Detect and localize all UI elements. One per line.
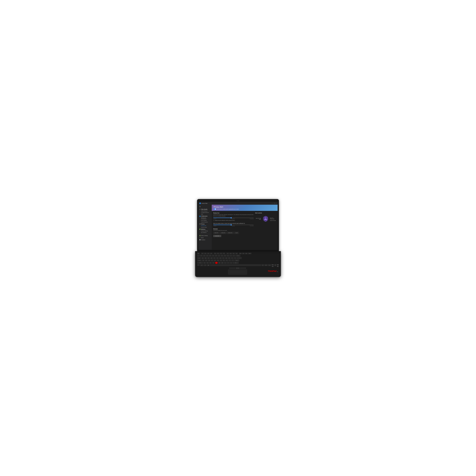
key-f4[interactable]: F4	[210, 253, 213, 254]
key-j[interactable]: J	[220, 259, 222, 261]
display-time-slider[interactable]: 1 second 5 seconds 10 seconds	[213, 218, 254, 219]
key-p[interactable]: P	[228, 257, 231, 259]
key-e[interactable]: E	[207, 257, 210, 259]
sidebar-item-background-concealment[interactable]: Background Concealment	[198, 217, 212, 220]
key-period[interactable]: .	[227, 262, 230, 264]
key-f3[interactable]: F3	[207, 253, 210, 254]
key-f6[interactable]: F6	[217, 253, 219, 254]
key-i[interactable]: I	[222, 257, 225, 259]
sidebar-item-battery-settings[interactable]: 🔋 Battery Settings	[198, 235, 212, 237]
key-space[interactable]	[210, 264, 261, 266]
key-enter[interactable]: Enter	[234, 259, 239, 261]
key-backspace[interactable]: ⌫	[236, 255, 240, 257]
sidebar-category-wellness[interactable]: 💚 Wellness	[198, 228, 212, 230]
key-n[interactable]: N	[218, 262, 221, 264]
key-c[interactable]: C	[209, 262, 212, 264]
key-k[interactable]: K	[222, 259, 225, 261]
key-arrow-left[interactable]: ◀	[272, 265, 274, 267]
key-backtick[interactable]: `	[197, 255, 200, 257]
key-t[interactable]: T	[213, 257, 216, 259]
sidebar-category-video-quality[interactable]: 🎥 Video Quality	[198, 208, 212, 210]
key-d[interactable]: D	[208, 259, 210, 261]
key-s[interactable]: S	[205, 259, 207, 261]
display-until-leaves-checkbox[interactable]	[213, 220, 214, 221]
sidebar-item-eye-wellness[interactable]: Eye Wellness	[198, 232, 212, 233]
sidebar-item-privacy-alert[interactable]: Privacy Alert	[198, 225, 212, 226]
trackpoint-btn-middle[interactable]	[236, 268, 239, 269]
key-f12[interactable]: F12	[235, 253, 238, 254]
key-lbracket[interactable]: [	[231, 257, 234, 259]
minimize-button[interactable]: —	[272, 203, 273, 204]
snooze-30min-button[interactable]: 30 MINUTES	[227, 232, 233, 234]
key-9[interactable]: 9	[224, 255, 226, 257]
key-ctrl-left[interactable]: Ctrl	[200, 264, 204, 266]
key-alt-right[interactable]: Alt	[261, 264, 264, 266]
snooze-15min-button[interactable]: 15 MINUTES	[220, 232, 226, 234]
key-fn[interactable]: Fn	[197, 264, 200, 266]
key-prtsc[interactable]: PrtSc	[264, 264, 268, 266]
touchpad[interactable]	[228, 270, 247, 275]
sidebar-item-virtual-presenter[interactable]: Virtual Presenter	[198, 221, 212, 223]
key-esc[interactable]: Esc	[197, 253, 200, 254]
sidebar-category-privacy[interactable]: 🛡 Privacy	[198, 223, 212, 225]
key-shift-left[interactable]: Shift	[197, 262, 203, 264]
key-x[interactable]: X	[206, 262, 209, 264]
key-1[interactable]: 1	[200, 255, 203, 257]
trackpoint-btn-left[interactable]	[229, 268, 235, 269]
key-comma[interactable]: ,	[224, 262, 227, 264]
key-shift-right[interactable]: Shift	[233, 262, 239, 264]
key-backslash[interactable]: \	[237, 257, 242, 259]
maximize-button[interactable]: ❐	[274, 203, 275, 204]
trackpoint-nub[interactable]	[216, 262, 217, 263]
snooze-1hour-button[interactable]: 1 HOUR	[234, 232, 239, 234]
key-insert[interactable]: Insert	[245, 253, 248, 254]
key-q[interactable]: Q	[201, 257, 204, 259]
key-y[interactable]: Y	[216, 257, 219, 259]
after-display-slider[interactable]: 1 second 5 seconds 10 seconds	[213, 225, 254, 226]
sidebar-item-privacy-guard[interactable]: Privacy Guard	[198, 226, 212, 228]
sidebar-category-collaboration[interactable]: 👥 Collaboration	[198, 215, 212, 217]
key-home[interactable]: Home	[239, 253, 242, 254]
sidebar-item-auto-framing[interactable]: Auto Framing	[198, 220, 212, 221]
after-slider-thumb[interactable]	[231, 224, 232, 225]
key-f11[interactable]: F11	[232, 253, 235, 254]
key-arrow-right[interactable]: ▶	[277, 265, 279, 267]
key-f1[interactable]: F1	[201, 253, 204, 254]
close-button[interactable]: ✕	[275, 203, 277, 204]
sidebar-item-hdr[interactable]: HDR	[198, 213, 212, 215]
key-5[interactable]: 5	[212, 255, 215, 257]
key-ctrl-right[interactable]: Ctrl	[268, 264, 271, 266]
key-f7[interactable]: F7	[220, 253, 222, 254]
key-3[interactable]: 3	[206, 255, 209, 257]
sidebar-item-lowlight-enhancer[interactable]: Low-light Enhancer	[198, 212, 212, 213]
hamburger-menu[interactable]: ☰	[198, 205, 212, 208]
key-h[interactable]: H	[217, 259, 219, 261]
key-a[interactable]: A	[202, 259, 204, 261]
key-f9[interactable]: F9	[226, 253, 229, 254]
key-0[interactable]: 0	[227, 255, 229, 257]
key-6[interactable]: 6	[215, 255, 218, 257]
sidebar-item-posture-warning[interactable]: Posture Warning	[198, 230, 212, 232]
key-windows[interactable]: ⊞	[207, 264, 210, 266]
key-delete[interactable]: Delete	[248, 253, 252, 254]
snooze-action-button[interactable]: SNOOZE	[213, 235, 221, 237]
snooze-5min-button[interactable]: 5 MINUTES	[213, 232, 219, 234]
key-8[interactable]: 8	[221, 255, 223, 257]
key-quote[interactable]: '	[231, 259, 234, 261]
key-o[interactable]: O	[225, 257, 228, 259]
sidebar-item-feedback[interactable]: 💬 Feedback	[198, 239, 212, 241]
trackpoint-btn-right[interactable]	[240, 268, 246, 269]
key-v[interactable]: V	[212, 262, 215, 264]
key-g[interactable]: G	[214, 259, 216, 261]
key-2[interactable]: 2	[203, 255, 206, 257]
key-4[interactable]: 4	[209, 255, 212, 257]
key-slash[interactable]: /	[230, 262, 233, 264]
key-f5[interactable]: F5	[214, 253, 216, 254]
key-f[interactable]: F	[211, 259, 213, 261]
key-end[interactable]: End	[242, 253, 245, 254]
key-pgup[interactable]: PgUp	[272, 264, 274, 265]
key-m[interactable]: M	[221, 262, 224, 264]
key-r[interactable]: R	[210, 257, 213, 259]
key-minus[interactable]: -	[230, 255, 232, 257]
slider-thumb[interactable]	[231, 217, 232, 218]
